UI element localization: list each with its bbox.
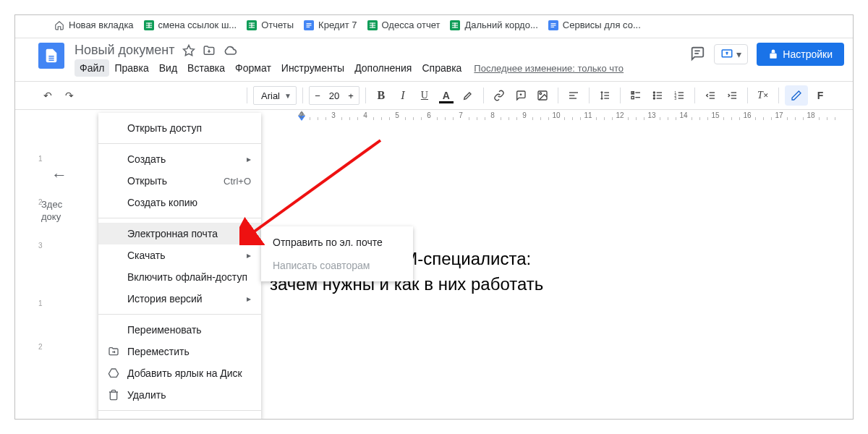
bookmark-label: смена ссылок ш... [158,20,237,30]
file-menu-item[interactable]: Создать копию [98,192,261,213]
trash-icon [107,388,120,401]
google-docs-logo[interactable] [38,43,64,69]
file-menu-item[interactable]: Включить офлайн-доступ [98,266,261,288]
file-menu-dropdown: Открыть доступСоздать▸ОткрытьCtrl+OСозда… [98,113,261,420]
redo-icon[interactable]: ↷ [60,85,79,106]
file-menu-item[interactable]: Электронная почта▸ [98,223,261,244]
bulleted-list-icon[interactable] [648,85,667,106]
menu-вид[interactable]: Вид [154,59,182,77]
file-menu-item[interactable]: Добавить ярлык на Диск [98,362,261,384]
email-submenu: Отправить по эл. почте Написать соавтора… [261,226,413,281]
indent-increase-icon[interactable] [723,85,741,106]
file-menu-item-label: Удалить [127,389,166,401]
file-menu-item-label: Открыть доступ [127,122,202,134]
align-left-icon[interactable] [564,85,583,106]
settings-button[interactable]: Настройки [757,43,844,66]
file-menu-item[interactable]: Переименовать [98,319,261,341]
present-button[interactable]: ▾ [714,44,748,64]
svg-marker-28 [183,45,194,55]
svg-rect-11 [307,23,312,24]
underline-icon[interactable]: U [415,85,434,106]
file-menu-item-label: Открыть [127,175,167,187]
file-menu-item[interactable]: История версий▸ [98,288,261,310]
outline-text-1: Здес [41,199,62,210]
horizontal-ruler[interactable]: 23456789101112131415161718 [270,110,844,123]
outline-text-2: доку [41,211,61,222]
more-icon[interactable]: F [811,85,830,106]
file-menu-item-label: Создать [127,153,166,165]
svg-rect-27 [550,26,554,27]
bookmark-item[interactable]: Отчеты [247,20,294,30]
document-title[interactable]: Новый документ [75,43,175,58]
font-size-stepper[interactable]: − 20 + [309,86,359,105]
highlight-icon[interactable] [459,85,477,106]
menu-справка[interactable]: Справка [417,59,467,77]
browser-bookmarks-bar: Новая вкладкасмена ссылок ш...ОтчетыКред… [15,15,853,38]
bookmark-label: Одесса отчет [382,20,441,30]
file-menu-item-label: Скачать [127,250,166,261]
clear-formatting-icon[interactable]: T✕ [754,85,773,106]
document-canvas[interactable]: кументы для SMM-специалиста: зачем нужны… [270,145,844,419]
file-menu-item-label: Электронная почта [127,228,218,239]
insert-image-icon[interactable] [533,85,552,106]
last-edit-link[interactable]: Последнее изменение: только что [474,63,624,74]
file-menu-item[interactable]: Удалить [98,384,261,406]
undo-icon[interactable]: ↶ [38,85,57,106]
editing-mode-icon[interactable] [785,85,808,106]
menu-файл[interactable]: Файл [75,59,109,77]
menu-инструменты[interactable]: Инструменты [276,59,349,77]
italic-icon[interactable]: I [393,85,412,106]
file-menu-item[interactable]: Создать▸ [98,148,261,170]
text-color-icon[interactable]: A [437,85,456,106]
outline-collapse-icon[interactable]: ← [51,166,67,184]
menu-формат[interactable]: Формат [230,59,276,77]
cloud-status-icon[interactable] [223,43,237,58]
outline-panel: ← Здесдоку [35,144,101,224]
bold-icon[interactable]: B [372,85,391,106]
move-icon [107,345,120,358]
bookmark-label: Дальний кордо... [464,20,537,30]
move-to-folder-icon[interactable] [203,44,216,57]
insert-link-icon[interactable] [490,85,509,106]
submenu-arrow-icon: ▸ [247,154,251,164]
menu-separator [98,410,261,411]
font-size-value[interactable]: 20 [326,90,343,101]
menu-separator [98,143,261,144]
numbered-list-icon[interactable]: 123 [670,85,689,106]
file-menu-item[interactable]: ОткрытьCtrl+O [98,170,261,192]
font-family-value: Arial [261,90,280,101]
file-menu-item[interactable]: Скачать▸ [98,244,261,266]
submenu-arrow-icon: ▸ [247,229,251,239]
menu-separator [98,218,261,218]
indent-decrease-icon[interactable] [701,85,720,106]
bookmark-item[interactable]: Кредит 7 [304,20,357,30]
bookmark-item[interactable]: Одесса отчет [367,20,441,30]
svg-text:3: 3 [674,96,676,101]
file-menu-item-label: Включить офлайн-доступ [127,271,247,283]
drive-icon [107,367,120,380]
menu-вставка[interactable]: Вставка [182,59,230,77]
menu-separator [98,314,261,315]
line-spacing-icon[interactable] [595,85,614,106]
font-family-select[interactable]: Arial▼ [253,86,297,105]
file-menu-item[interactable]: Открыть доступ [98,117,261,139]
bookmark-item[interactable]: Сервисы для со... [548,20,641,30]
font-size-increase[interactable]: + [343,90,359,101]
submenu-arrow-icon: ▸ [247,250,251,260]
bookmark-item[interactable]: Новая вкладка [54,20,134,30]
file-menu-item[interactable]: Переместить [98,341,261,362]
comments-icon[interactable] [689,46,705,64]
bookmark-item[interactable]: смена ссылок ш... [144,20,237,30]
checklist-icon[interactable] [626,85,645,106]
send-via-email-item[interactable]: Отправить по эл. почте [261,231,413,254]
submenu-arrow-icon: ▸ [247,294,251,304]
menu-правка[interactable]: Правка [109,59,153,77]
svg-rect-26 [550,25,556,25]
font-size-decrease[interactable]: − [310,90,326,101]
menu-дополнения[interactable]: Дополнения [349,59,417,77]
file-menu-item-label: Создать копию [127,197,197,208]
bookmark-item[interactable]: Дальний кордо... [450,20,537,30]
star-icon[interactable] [182,44,195,57]
insert-comment-icon[interactable] [511,85,530,106]
file-menu-item-label: История версий [127,293,203,305]
